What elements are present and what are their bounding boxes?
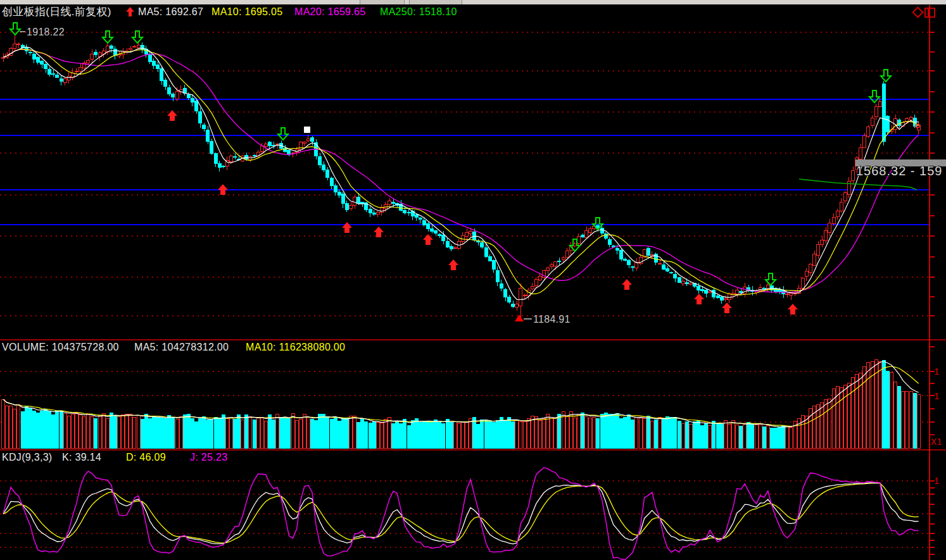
split-window-icon-bar	[928, 9, 929, 16]
high-price-label: 1918.22	[27, 27, 65, 38]
ma5-value: MA5: 1692.67	[138, 6, 203, 18]
sell-signal-arrow-icon	[10, 23, 20, 35]
kdj-axis-label: 1	[934, 475, 940, 487]
volume-ma10-value: MA10: 116238080.00	[246, 342, 345, 353]
ma10-value: MA10: 1695.05	[211, 6, 282, 18]
kdj-gridlines	[0, 481, 929, 547]
signal-markers-layer	[10, 23, 919, 321]
sell-signal-arrow-icon	[103, 31, 113, 43]
horizontal-trend-lines[interactable]	[0, 99, 929, 225]
volume-axis-multiplier: X1	[931, 436, 942, 447]
ma250-line	[799, 179, 917, 190]
trading-app-window: { "header": { "title": "创业板指(日线.前复权)", "…	[0, 0, 946, 560]
volume-axis-label-mid: 1	[934, 390, 940, 402]
low-price-label: 1184.91	[533, 314, 571, 325]
buy-signal-arrow-icon	[342, 222, 352, 233]
chart-canvas	[0, 0, 946, 560]
instrument-title: 创业板指(日线.前复权)	[2, 6, 111, 18]
volume-bars-layer	[2, 359, 921, 448]
candles-layer	[2, 35, 921, 319]
kdj-d-value: D: 46.09	[126, 452, 166, 463]
sell-signal-arrow-icon	[132, 31, 142, 43]
volume-ma5-value: MA5: 104278312.00	[134, 342, 229, 353]
ma-lines-layer	[3, 47, 919, 299]
ma250-value: MA250: 1518.10	[380, 6, 457, 18]
main-gridlines	[0, 32, 929, 316]
ma20-value: MA20: 1659.65	[294, 6, 365, 18]
sell-signal-arrow-icon	[766, 273, 776, 285]
trend-up-arrow-icon	[126, 7, 134, 17]
volume-gridlines	[0, 371, 929, 422]
kdj-j-value: J: 25.23	[190, 452, 227, 463]
info-box-text: 1568.32 - 159	[856, 165, 942, 177]
buy-signal-arrow-icon	[167, 110, 177, 121]
buy-signal-arrow-icon	[722, 302, 732, 313]
buy-signal-arrow-icon	[448, 259, 458, 270]
header-row: 创业板指(日线.前复权)	[2, 6, 111, 18]
kdj-name: KDJ(9,3,3)	[2, 452, 52, 463]
volume-value: VOLUME: 104375728.00	[2, 342, 119, 353]
buy-signal-arrow-icon	[694, 294, 704, 304]
buy-signal-arrow-icon	[788, 304, 798, 314]
kdj-k-value: K: 39.14	[62, 452, 101, 463]
sell-signal-arrow-icon	[869, 90, 880, 103]
white-square-marker	[304, 127, 310, 133]
buy-signal-arrow-icon	[218, 184, 228, 195]
sell-signal-arrow-icon	[881, 70, 891, 82]
split-window-icon[interactable]	[924, 8, 935, 18]
volume-axis-label-top: 1	[934, 366, 940, 377]
sell-signal-arrow-icon	[278, 128, 288, 140]
buy-signal-arrow-icon	[622, 279, 632, 290]
